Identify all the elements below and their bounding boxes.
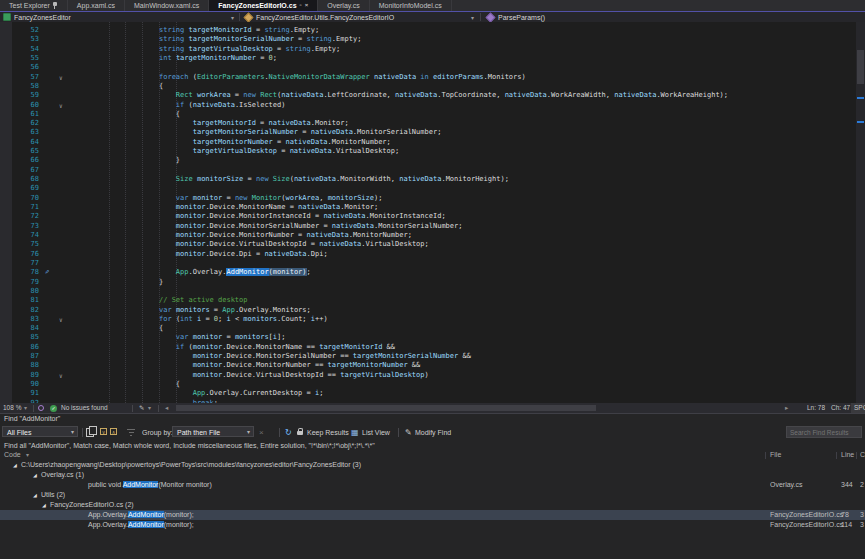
code-line-68[interactable]: 68Size monitorSize = new Size(nativeData… <box>0 175 856 184</box>
code-line-52[interactable]: 52string targetMonitorId = string.Empty; <box>0 26 856 35</box>
member-dropdown[interactable]: ParseParams() <box>483 12 548 22</box>
refresh-icon[interactable]: ↻ <box>285 424 292 441</box>
code-line-81[interactable]: 81// Set active desktop <box>0 296 856 305</box>
code-line-72[interactable]: 72monitor.Device.MonitorInstanceId = nat… <box>0 212 856 221</box>
expander-icon[interactable]: ◢ <box>33 470 37 480</box>
type-dropdown[interactable]: FancyZonesEditor.Utils.FancyZonesEditorI… <box>241 12 485 22</box>
lock-icon[interactable] <box>297 431 303 435</box>
expander-icon[interactable]: ◢ <box>42 500 46 510</box>
results-column-header[interactable]: Code ▾ File Line C <box>0 451 865 460</box>
column-code[interactable]: Code <box>4 451 21 458</box>
code-cleanup-chevron-icon[interactable]: ▾ <box>148 403 151 413</box>
code-line-87[interactable]: 87monitor.Device.MonitorSerialNumber == … <box>0 352 856 361</box>
horizontal-scrollbar-thumb[interactable] <box>176 405 596 411</box>
code-line-80[interactable]: 80 <box>0 287 856 296</box>
code-line-60[interactable]: 60∨if (nativeData.IsSelected) <box>0 101 856 110</box>
clear-results-icon[interactable]: × <box>259 424 264 441</box>
tab-mainwindow-xaml-cs[interactable]: MainWindow.xaml.cs <box>125 0 209 11</box>
code-line-91[interactable]: 91App.Overlay.CurrentDesktop = i; <box>0 389 856 398</box>
scope-dropdown[interactable]: All Files ▾ <box>2 426 78 437</box>
expander-icon[interactable]: ◢ <box>13 460 17 470</box>
code-line-54[interactable]: 54string targetVirtualDesktop = string.E… <box>0 45 856 54</box>
code-line-62[interactable]: 62targetMonitorId = nativeData.Monitor; <box>0 119 856 128</box>
code-line-84[interactable]: 84{ <box>0 324 856 333</box>
code-line-65[interactable]: 65targetVirtualDesktop = nativeData.Virt… <box>0 147 856 156</box>
code-line-71[interactable]: 71monitor.Device.MonitorName = nativeDat… <box>0 203 856 212</box>
close-icon[interactable]: × <box>305 2 309 9</box>
result-group-row[interactable]: ◢FancyZonesEditorIO.cs (2) <box>0 500 865 510</box>
tab-monitorinfomodel-cs[interactable]: MonitorInfoModel.cs <box>370 0 452 11</box>
health-check-icon[interactable]: ✓ <box>50 405 57 412</box>
pin-icon[interactable] <box>53 2 58 9</box>
tab-app-xaml-cs[interactable]: App.xaml.cs <box>68 0 125 11</box>
chevron-down-icon[interactable]: ▾ <box>471 14 474 21</box>
code-editor[interactable]: 52string targetMonitorId = string.Empty;… <box>0 22 865 403</box>
zoom-level[interactable]: 108 % <box>3 403 21 413</box>
space-indicator[interactable]: SPC <box>851 403 865 413</box>
result-row[interactable]: App.Overlay.AddMonitor(monitor);FancyZon… <box>0 520 865 530</box>
code-line-74[interactable]: 74monitor.Device.MonitorNumber = nativeD… <box>0 231 856 240</box>
code-line-73[interactable]: 73monitor.Device.MonitorSerialNumber = n… <box>0 222 856 231</box>
code-line-63[interactable]: 63targetMonitorSerialNumber = nativeData… <box>0 128 856 137</box>
code-line-82[interactable]: 82var monitors = App.Overlay.Monitors; <box>0 306 856 315</box>
scroll-left-icon[interactable]: ◂ <box>165 403 168 413</box>
code-line-58[interactable]: 58{ <box>0 82 856 91</box>
code-line-83[interactable]: 83∨for (int i = 0; i < monitors.Count; i… <box>0 315 856 324</box>
chevron-down-icon[interactable]: ▾ <box>26 451 29 458</box>
keep-results-button[interactable]: Keep Results <box>307 424 349 441</box>
list-view-icon[interactable]: ▦ <box>351 424 359 441</box>
result-row[interactable]: App.Overlay.AddMonitor(monitor);FancyZon… <box>0 510 865 520</box>
tab-overlay-cs[interactable]: Overlay.cs <box>318 0 370 11</box>
code-line-53[interactable]: 53string targetMonitorSerialNumber = str… <box>0 35 856 44</box>
result-group-row[interactable]: ◢Utils (2) <box>0 490 865 500</box>
project-dropdown[interactable]: FancyZonesEditor <box>0 12 244 22</box>
zoom-chevron-icon[interactable]: ▾ <box>24 403 27 413</box>
keep-open-icon[interactable]: ▫ <box>300 2 302 9</box>
column-line[interactable]: Line <box>841 451 854 458</box>
result-row[interactable]: public void AddMonitor(Monitor monitor)O… <box>0 480 865 490</box>
chevron-down-icon[interactable]: ▾ <box>231 14 234 21</box>
group-by-dropdown[interactable]: Path then File ▾ <box>172 426 254 437</box>
intellicode-status-icon[interactable] <box>38 405 44 411</box>
code-line-79[interactable]: 79} <box>0 278 856 287</box>
code-line-69[interactable]: 69 <box>0 184 856 193</box>
code-line-56[interactable]: 56 <box>0 63 856 72</box>
code-line-67[interactable]: 67 <box>0 166 856 175</box>
search-find-results-input[interactable] <box>786 426 862 438</box>
code-line-77[interactable]: 77 <box>0 259 856 268</box>
code-line-76[interactable]: 76monitor.Device.Dpi = nativeData.Dpi; <box>0 250 856 259</box>
expand-all-icon[interactable]: ∨ <box>100 428 107 435</box>
modify-find-button[interactable]: Modify Find <box>415 424 451 441</box>
code-line-55[interactable]: 55int targetMonitorNumber = 0; <box>0 54 856 63</box>
fold-collapse-icon[interactable]: ∨ <box>59 371 63 380</box>
modify-find-icon[interactable]: ✎ <box>405 424 412 441</box>
code-cleanup-icon[interactable]: ✎ <box>139 403 144 413</box>
fold-collapse-icon[interactable]: ∨ <box>59 315 63 324</box>
code-line-90[interactable]: 90{ <box>0 380 856 389</box>
list-view-button[interactable]: List View <box>362 424 390 441</box>
expander-icon[interactable]: ◢ <box>33 490 37 500</box>
code-line-70[interactable]: 70var monitor = new Monitor(workArea, mo… <box>0 194 856 203</box>
health-status-text[interactable]: No issues found <box>61 403 108 413</box>
code-line-75[interactable]: 75monitor.Device.VirtualDesktopId = nati… <box>0 240 856 249</box>
column-col[interactable]: C <box>860 451 865 458</box>
tab-fancyzoneseditorio-cs[interactable]: FancyZonesEditorIO.cs▫× <box>209 0 318 11</box>
code-line-57[interactable]: 57∨foreach (EditorParameters.NativeMonit… <box>0 73 856 82</box>
column-file[interactable]: File <box>770 451 781 458</box>
fold-collapse-icon[interactable]: ∨ <box>59 73 63 82</box>
result-group-row[interactable]: ◢C:\Users\zhaopengwang\Desktop\powertoys… <box>0 460 865 470</box>
scroll-right-icon[interactable]: ▸ <box>785 403 788 413</box>
code-line-85[interactable]: 85var monitor = monitors[i]; <box>0 333 856 342</box>
code-line-66[interactable]: 66} <box>0 156 856 165</box>
collapse-all-icon[interactable]: ∧ <box>110 428 117 435</box>
code-line-61[interactable]: 61{ <box>0 110 856 119</box>
code-line-78[interactable]: 78✎App.Overlay.AddMonitor(monitor); <box>0 268 856 277</box>
code-line-89[interactable]: 89∨monitor.Device.VirtualDesktopId == ta… <box>0 371 856 380</box>
scrollbar-thumb[interactable] <box>857 50 864 84</box>
code-line-59[interactable]: 59Rect workArea = new Rect(nativeData.Le… <box>0 91 856 100</box>
tab-test-explorer[interactable]: Test Explorer <box>0 0 68 11</box>
vertical-scrollbar[interactable] <box>856 22 865 403</box>
code-line-88[interactable]: 88monitor.Device.MonitorNumber == target… <box>0 361 856 370</box>
result-group-row[interactable]: ◢Overlay.cs (1) <box>0 470 865 480</box>
copy-results-icon[interactable] <box>86 428 94 437</box>
